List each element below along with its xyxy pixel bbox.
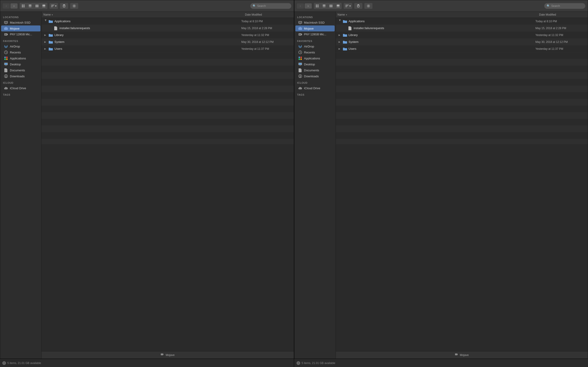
table-row[interactable]: ▶ Applications Today at 8:10 PM [42,18,294,25]
table-row[interactable]: ▶ Users Yesterday at 11:37 PM [336,45,588,52]
sidebar-item-documents-2[interactable]: Documents [295,67,335,73]
filedate-users-1: Yesterday at 11:37 PM [242,47,292,50]
svg-rect-34 [5,63,7,65]
disclosure-system-2[interactable]: ▶ [338,40,341,44]
sidebar-item-mojave-2[interactable]: Mojave [295,25,335,31]
sidebar-item-documents-1[interactable]: Documents [1,67,40,73]
back-button-2[interactable]: ‹ [297,3,304,9]
col-header-name-2[interactable]: Name ▾ [336,13,537,17]
close-button-1[interactable]: × [2,361,6,365]
disclosure-library-1[interactable]: ▶ [43,33,47,37]
sort-button-1[interactable]: ▾ [49,3,58,9]
sidebar-item-applications-1[interactable]: Applications [1,55,40,61]
recents-icon-1 [4,50,8,54]
sidebar-item-recents-2[interactable]: Recents [295,49,335,55]
table-row[interactable]: ▶ System May 30, 2018 at 12:12 PM [42,39,294,45]
sort-arrow-2: ▾ [349,4,351,8]
sort-button-2[interactable]: ▾ [344,3,352,9]
sidebar-item-macintosh-ssd-2[interactable]: Macintosh SSD [295,19,335,25]
search-input-2[interactable] [551,4,583,8]
recents-label-2: Recents [304,51,315,54]
list-view-btn-1[interactable] [27,3,34,9]
filedate-users-2: Yesterday at 11:37 PM [536,47,586,50]
sidebar-item-desktop-1[interactable]: Desktop [1,61,40,67]
back-button-1[interactable]: ‹ [2,3,10,9]
svg-rect-6 [29,7,32,7]
sidebar-item-mojave-1[interactable]: Mojave [1,25,40,31]
windows-container: ‹ › ▾ [0,0,588,359]
list-view-btn-2[interactable] [321,3,328,9]
filedate-library-1: Yesterday at 11:32 PM [242,33,292,37]
disclosure-users-2[interactable]: ▶ [338,47,341,51]
macintosh-ssd-icon-2 [298,20,302,25]
view-controls-2 [314,3,342,9]
sidebar-item-airdrop-1[interactable]: AirDrop [1,43,40,49]
nav-buttons-1: ‹ › [2,3,18,9]
search-bar-1[interactable]: 🔍 [250,3,292,9]
svg-rect-55 [339,7,339,7]
table-row[interactable]: ▶ Users Yesterday at 11:37 PM [42,45,294,52]
icon-view-btn-2[interactable] [314,3,321,9]
search-bar-2[interactable]: 🔍 [544,3,586,9]
desktop-icon-2 [298,62,302,66]
action-button-1[interactable] [70,3,78,9]
icloud-title-2: iCloud [294,79,336,85]
forward-button-2[interactable]: › [304,3,312,9]
icon-view-btn-1[interactable] [20,3,27,9]
filename-applications-1: Applications [54,19,70,23]
downloads-icon-2 [298,74,302,78]
disclosure-applications-2[interactable]: ▶ [338,19,341,23]
close-button-2[interactable]: × [296,361,300,365]
sidebar-item-applications-2[interactable]: Applications [295,55,335,61]
sort-arrow-1: ▾ [55,4,57,8]
downloads-label-1: Downloads [10,75,25,78]
sidebar-item-pny-1[interactable]: PNY 128GB Mic... ⏏ [1,31,40,37]
sidebar-item-desktop-2[interactable]: Desktop [295,61,335,67]
table-row[interactable]: ▶ installer.failurerequests May 15, 2018… [42,25,294,32]
filename-installer-1: installer.failurerequests [60,26,90,30]
filedate-library-2: Yesterday at 11:32 PM [536,33,586,37]
disclosure-applications-1[interactable]: ▶ [43,19,47,23]
sidebar-item-airdrop-2[interactable]: AirDrop [295,43,335,49]
search-input-1[interactable] [257,4,289,8]
disclosure-users-1[interactable]: ▶ [43,47,47,51]
sidebar-item-recents-1[interactable]: Recents [1,49,40,55]
action-button-2[interactable] [364,3,372,9]
disclosure-system-1[interactable]: ▶ [43,40,47,44]
table-row[interactable]: ▶ Applications Today at 8:10 PM [336,18,588,25]
gallery-view-btn-2[interactable] [335,3,342,9]
column-view-btn-1[interactable] [34,3,40,9]
gallery-view-btn-1[interactable] [40,3,47,9]
folder-icon-system-2 [343,40,347,44]
applications-label-1: Applications [10,57,26,60]
svg-rect-35 [5,65,7,66]
disclosure-library-2[interactable]: ▶ [338,33,341,37]
sidebar-item-pny-2[interactable]: PNY 128GB Mic... ⏏ [295,31,335,37]
filename-library-2: Library [349,33,358,37]
table-row[interactable]: ▶ Library Yesterday at 11:32 PM [336,32,588,39]
share-button-2[interactable] [354,3,363,9]
table-row[interactable]: ▶ installer.failurerequests May 15, 2018… [336,25,588,32]
table-row[interactable]: ▶ System May 30, 2018 at 12:12 PM [336,39,588,45]
col-header-name-1[interactable]: Name ▾ [42,13,243,17]
svg-rect-11 [43,7,43,7]
table-row[interactable]: ▶ Library Yesterday at 11:32 PM [42,32,294,39]
svg-rect-49 [330,5,330,7]
file-list-2: ▶ Applications Today at 8:10 PM ▶ [336,18,588,351]
col-header-date-2[interactable]: Date Modified [537,13,588,17]
svg-rect-8 [36,5,37,7]
col-header-date-1[interactable]: Date Modified [243,13,294,17]
sidebar-item-macintosh-ssd-1[interactable]: Macintosh SSD [1,19,40,25]
bottom-half-1: × 5 items, 21.01 GB available [0,359,294,367]
folder-icon-applications-2 [343,19,347,24]
forward-button-1[interactable]: › [10,3,18,9]
filename-users-1: Users [54,47,62,50]
sidebar-item-icloud-2[interactable]: iCloud Drive [295,85,335,91]
sidebar-item-downloads-2[interactable]: Downloads [295,73,335,79]
sidebar-item-icloud-1[interactable]: iCloud Drive [1,85,40,91]
sidebar-item-downloads-1[interactable]: Downloads [1,73,40,79]
column-view-btn-2[interactable] [328,3,335,9]
share-button-1[interactable] [60,3,68,9]
svg-rect-12 [44,7,44,7]
bottom-status-2: 5 items, 21.01 GB available [302,361,335,365]
